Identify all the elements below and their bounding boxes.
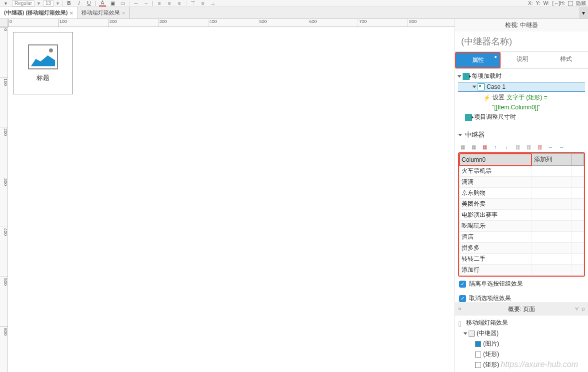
expand-icon[interactable] <box>458 75 462 77</box>
data-cell[interactable]: 京东购物 <box>460 188 532 199</box>
align-left-icon[interactable]: ≡ <box>156 0 163 6</box>
outline-item-rect[interactable]: (矩形) <box>458 349 585 360</box>
up-icon[interactable]: ↑ <box>492 143 499 150</box>
separator <box>186 1 186 6</box>
repeater-dataset-table: Column0 添加列 火车票机票 滴滴 京东购物 美团外卖 电影演出赛事 吃喝… <box>458 152 585 277</box>
tab-overflow-icon[interactable]: ▾ <box>579 7 588 18</box>
action-row[interactable]: ⚡ 设置 文字于 (矩形) = <box>458 92 585 103</box>
data-cell[interactable] <box>532 188 572 199</box>
delete-col-icon[interactable]: ▥ <box>536 143 543 150</box>
delete-icon[interactable]: ▦ <box>481 143 488 150</box>
bold-icon[interactable]: B <box>65 0 72 6</box>
column-header[interactable]: Column0 <box>460 154 532 166</box>
grid-icon[interactable]: ▦ <box>470 143 477 150</box>
outline-item-image[interactable]: (图片) <box>458 339 585 349</box>
valign-mid-icon[interactable]: ≡ <box>199 0 206 6</box>
case-icon <box>478 83 485 90</box>
close-icon[interactable]: × <box>122 10 125 16</box>
down-icon[interactable]: ↓ <box>503 143 510 150</box>
outline-item-rect[interactable]: (矩形) <box>458 360 585 370</box>
isolate-radio-check[interactable]: ✓ 隔离单选按钮组效果 <box>458 277 585 291</box>
add-column-header[interactable]: 添加列 <box>532 154 572 166</box>
data-cell[interactable]: 吃喝玩乐 <box>460 221 532 232</box>
search-icon[interactable]: ⌕ <box>582 305 585 312</box>
data-cell[interactable]: 电影演出赛事 <box>460 210 532 221</box>
arrow-icon[interactable]: → <box>142 0 149 6</box>
bolt-icon: ⚡ <box>483 94 491 101</box>
event-onitemload[interactable]: 每项加载时 <box>458 71 585 81</box>
valign-bot-icon[interactable]: ⊥ <box>209 0 216 6</box>
data-cell[interactable] <box>532 177 572 188</box>
dropdown-icon[interactable]: ▾ <box>2 0 9 6</box>
italic-icon[interactable]: I <box>75 0 82 6</box>
expand-icon[interactable] <box>473 86 477 88</box>
data-cell[interactable]: 拼多多 <box>460 243 532 254</box>
hide-checkbox[interactable] <box>568 1 573 6</box>
data-cell[interactable] <box>532 265 572 276</box>
canvas[interactable]: 标题 <box>8 27 455 372</box>
col-icon[interactable]: ▥ <box>514 143 521 150</box>
repeater-section-header[interactable]: 中继器 <box>458 128 585 141</box>
event-icon <box>463 73 470 80</box>
data-cell[interactable]: 转转二手 <box>460 254 532 265</box>
data-cell[interactable] <box>532 221 572 232</box>
valign-top-icon[interactable]: ⊤ <box>189 0 196 6</box>
tab-notes[interactable]: 说明 <box>501 52 544 68</box>
widget-name-field[interactable]: (中继器名称) <box>455 31 588 51</box>
data-cell[interactable] <box>532 243 572 254</box>
font-size-select[interactable]: 13 <box>43 0 53 6</box>
data-cell[interactable] <box>532 254 572 265</box>
left-icon[interactable]: ← <box>547 143 554 150</box>
ruler-tick: 800 <box>408 19 417 27</box>
checkbox-label: 取消选项组效果 <box>469 294 511 303</box>
ruler-tick: 100 <box>0 77 8 86</box>
data-cell[interactable]: 美团外卖 <box>460 199 532 210</box>
dataset-toolbar: ▦ ▦ ▦ ↑ ↓ ▥ ▥ ▥ ← → <box>458 141 585 152</box>
expand-icon[interactable] <box>464 332 468 335</box>
outline-item-repeater[interactable]: (中继器) <box>458 328 585 339</box>
properties-panel: 每项加载时 Case 1 ⚡ 设置 文字于 (矩形) = "[[Item.Col… <box>455 69 588 303</box>
data-cell[interactable]: 火车票机票 <box>460 166 532 177</box>
tab-properties[interactable]: 属性 <box>455 52 501 68</box>
repeater-widget[interactable]: 标题 <box>13 32 73 94</box>
back-icon[interactable]: « <box>458 305 462 312</box>
line-style-icon[interactable]: ─ <box>132 0 139 6</box>
action-value-row: "[[Item.Column0]]" <box>458 103 585 112</box>
underline-icon[interactable]: U <box>85 0 92 6</box>
close-icon[interactable]: × <box>70 10 73 16</box>
image-placeholder-icon <box>28 44 58 69</box>
tab-style[interactable]: 样式 <box>545 52 588 68</box>
ruler-tick: 600 <box>0 327 8 336</box>
tab-repeater[interactable]: (中继器) (移动端灯箱效果) × <box>0 7 77 18</box>
border-color-icon[interactable]: ▭ <box>119 0 126 6</box>
col-icon[interactable]: ▥ <box>525 143 532 150</box>
text-color-icon[interactable]: A <box>99 0 106 6</box>
cancel-selection-check[interactable]: ✓ 取消选项组效果 <box>458 291 585 303</box>
outline-label: (矩形) <box>483 350 499 359</box>
col-spacer <box>572 154 584 166</box>
grid-icon[interactable]: ▦ <box>459 143 466 150</box>
data-cell[interactable] <box>532 199 572 210</box>
font-select[interactable]: Regular <box>12 0 34 6</box>
tab-label: (中继器) (移动端灯箱效果) <box>4 9 68 16</box>
event-onresize[interactable]: 项目调整尺寸时 <box>458 112 585 122</box>
ruler-tick: 500 <box>0 277 8 286</box>
data-cell[interactable]: 酒店 <box>460 232 532 243</box>
data-cell[interactable] <box>532 232 572 243</box>
data-cell[interactable]: 滴滴 <box>460 177 532 188</box>
tab-lightbox[interactable]: 移动端灯箱效果 × <box>77 7 129 18</box>
add-row-cell[interactable]: 添加行 <box>460 265 532 276</box>
event-label: 项目调整尺寸时 <box>474 113 516 121</box>
ruler-tick: 600 <box>308 19 317 27</box>
action-target: 文字于 (矩形) = <box>507 93 548 102</box>
fill-color-icon[interactable]: ▣ <box>109 0 116 6</box>
filter-icon[interactable]: ⟇ <box>575 305 579 312</box>
ruler-corner <box>0 19 8 27</box>
data-cell[interactable] <box>532 166 572 177</box>
outline-item-page[interactable]: 移动端灯箱效果 <box>458 318 585 328</box>
data-cell[interactable] <box>532 210 572 221</box>
case-row[interactable]: Case 1 <box>458 82 585 92</box>
right-icon[interactable]: → <box>558 143 565 150</box>
align-right-icon[interactable]: ≡ <box>176 0 183 6</box>
align-center-icon[interactable]: ≡ <box>166 0 173 6</box>
